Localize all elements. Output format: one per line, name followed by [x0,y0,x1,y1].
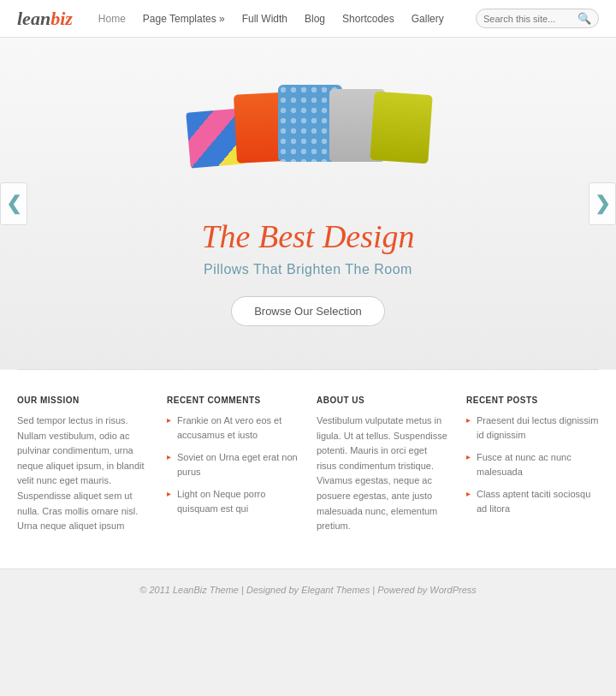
site-footer: © 2011 LeanBiz Theme | Designed by Elega… [0,568,616,610]
hero-subtitle: Pillows That Brighten The Room [204,262,412,277]
nav-gallery[interactable]: Gallery [403,13,453,25]
logo-lean: lean [17,8,50,29]
hero-section: ❮ The Best Design Pillows That Brighten … [0,38,616,369]
about-heading: ABOUT US [317,396,449,405]
about-column: ABOUT US Vestibulum vulputate metus in l… [317,396,449,534]
site-header: leanbiz Home Page Templates » Full Width… [0,0,616,38]
mission-heading: OUR MISSION [17,396,150,405]
footer-text: © 2011 LeanBiz Theme | Designed by Elega… [15,585,601,595]
search-bar: 🔍 [476,9,599,28]
pillow-5 [370,92,432,164]
recent-posts-list: Praesent dui lectus dignissim id digniss… [466,413,599,515]
about-text: Vestibulum vulputate metus in ligula. Ut… [317,413,449,534]
bottom-section: OUR MISSION Sed tempor lectus in risus. … [0,370,616,568]
hero-image [188,72,428,200]
list-item: Class aptent taciti sociosqu ad litora [466,487,599,515]
recent-comments-list: Frankie on At vero eos et accusamus et i… [167,413,299,515]
hero-title: The Best Design [201,217,414,255]
list-item: Soviet on Urna eget erat non purus [167,450,299,479]
nav-blog[interactable]: Blog [296,13,334,25]
recent-posts-heading: RECENT POSTS [466,396,599,405]
search-input[interactable] [483,14,578,24]
nav-page-templates[interactable]: Page Templates » [134,13,234,25]
recent-comments-heading: RECENT COMMENTS [167,396,299,405]
main-nav: Home Page Templates » Full Width Blog Sh… [90,13,476,25]
search-button[interactable]: 🔍 [578,12,591,25]
list-item: Light on Neque porro quisquam est qui [167,487,299,515]
recent-posts-column: RECENT POSTS Praesent dui lectus digniss… [466,396,599,534]
slider-prev-button[interactable]: ❮ [0,182,27,225]
mission-column: OUR MISSION Sed tempor lectus in risus. … [17,396,150,534]
nav-home[interactable]: Home [90,13,134,25]
hero-cta-button[interactable]: Browse Our Selection [231,296,385,326]
site-logo[interactable]: leanbiz [17,8,73,30]
list-item: Fusce at nunc ac nunc malesuada [466,450,599,479]
logo-biz: biz [50,8,73,29]
nav-shortcodes[interactable]: Shortcodes [334,13,403,25]
recent-comments-column: RECENT COMMENTS Frankie on At vero eos e… [167,396,299,534]
nav-full-width[interactable]: Full Width [234,13,296,25]
slider-next-button[interactable]: ❯ [589,182,616,225]
mission-text: Sed tempor lectus in risus. Nullam vesti… [17,413,150,534]
list-item: Frankie on At vero eos et accusamus et i… [167,413,299,442]
list-item: Praesent dui lectus dignissim id digniss… [466,413,599,442]
